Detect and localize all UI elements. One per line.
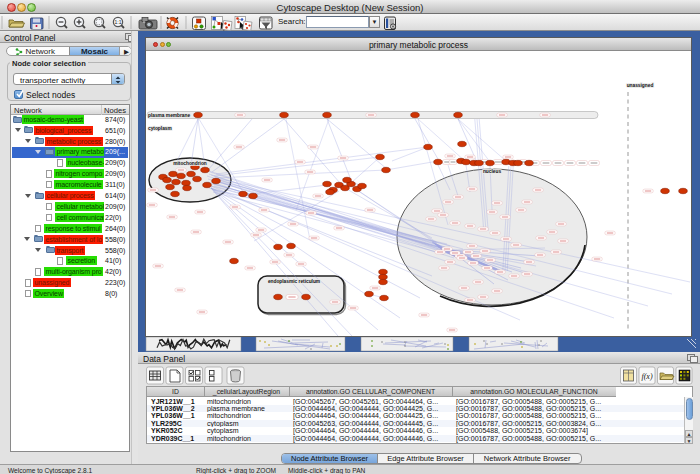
svg-text:plasma membrane: plasma membrane bbox=[148, 113, 190, 118]
svg-text:f(x): f(x) bbox=[641, 372, 652, 381]
svg-text:cytoplasm: cytoplasm bbox=[148, 126, 172, 131]
svg-text:mitochondrion: mitochondrion bbox=[173, 161, 207, 166]
svg-text:unassigned: unassigned bbox=[627, 83, 654, 88]
svg-text:1:1: 1:1 bbox=[115, 19, 122, 25]
svg-text:endoplasmic reticulum: endoplasmic reticulum bbox=[268, 279, 320, 284]
svg-text:nucleus: nucleus bbox=[483, 169, 501, 174]
